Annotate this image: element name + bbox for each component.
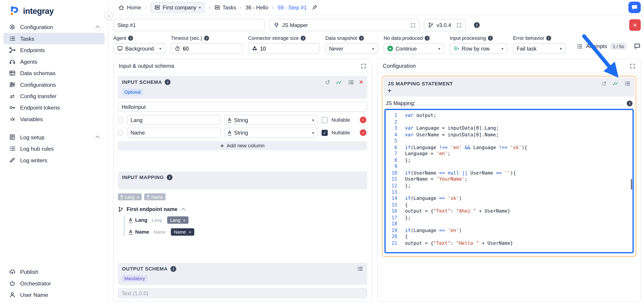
sidebar-item-config-transfer[interactable]: ⇄ Config transfer bbox=[3, 90, 105, 102]
info-icon[interactable]: i bbox=[128, 36, 133, 41]
column-name-input[interactable] bbox=[127, 128, 221, 138]
breadcrumb-company-select[interactable]: First company ▾ bbox=[150, 2, 205, 13]
info-icon[interactable]: i bbox=[425, 36, 430, 41]
column-type-select[interactable]: A String ▾ bbox=[224, 115, 318, 125]
js-code-editor[interactable]: 1var output;23var Language = inputData[0… bbox=[384, 109, 634, 254]
remove-column-button[interactable]: − bbox=[360, 117, 366, 123]
remove-column-button[interactable]: − bbox=[360, 130, 366, 136]
mapping-value-tag[interactable]: Lang × bbox=[167, 216, 188, 224]
chevron-down-icon: ▾ bbox=[502, 46, 504, 51]
undo-icon[interactable]: ↺ bbox=[602, 80, 607, 87]
validate-all-icon[interactable]: ✓✓ bbox=[336, 79, 342, 85]
sidebar-item-log-hub-rules[interactable]: Log hub rules bbox=[3, 143, 105, 154]
branch-icon bbox=[428, 22, 434, 28]
sidebar-item-log-setup[interactable]: Log setup bbox=[3, 132, 105, 143]
timeout-field[interactable] bbox=[171, 43, 242, 54]
sidebar-item-label: Endpoints bbox=[20, 47, 45, 53]
param-no-data: No data producedi Continue ▾ bbox=[384, 35, 444, 54]
step-name-input[interactable] bbox=[118, 22, 260, 28]
info-icon[interactable]: i bbox=[627, 100, 632, 106]
breadcrumb-step[interactable]: 59 - Step #1 bbox=[278, 4, 306, 10]
sidebar-item-configurations[interactable]: Configurations bbox=[3, 79, 105, 90]
sidebar-item-configuration[interactable]: Configuration bbox=[3, 22, 105, 33]
support-chat-button[interactable] bbox=[628, 2, 641, 13]
logo[interactable]: integray bbox=[0, 0, 108, 22]
info-icon[interactable]: i bbox=[301, 36, 306, 41]
snapshot-select[interactable]: Never ▾ bbox=[325, 43, 378, 54]
attempts-group[interactable]: Attempts 1 / 5s bbox=[576, 35, 641, 50]
sidebar-item-orchestrator[interactable]: Orchestrator bbox=[3, 278, 105, 289]
play-icon bbox=[387, 46, 393, 52]
storage-field[interactable] bbox=[248, 43, 320, 54]
drag-handle[interactable] bbox=[118, 130, 123, 135]
storage-input[interactable] bbox=[260, 46, 316, 52]
add-column-button[interactable]: + Add new column bbox=[118, 141, 367, 150]
chevron-up-icon[interactable] bbox=[181, 208, 185, 212]
info-icon[interactable]: i bbox=[170, 266, 176, 272]
remove-schema-icon[interactable]: × bbox=[359, 79, 363, 86]
output-schema-title: OUTPUT SCHEMA bbox=[122, 266, 168, 272]
add-statement-button[interactable]: + bbox=[388, 88, 630, 93]
validate-all-icon[interactable]: ✓✓ bbox=[612, 81, 619, 86]
timeout-input[interactable] bbox=[183, 46, 238, 52]
nullable-checkbox[interactable]: ✓ bbox=[322, 130, 328, 136]
undo-icon[interactable]: ↺ bbox=[325, 79, 330, 86]
mapping-tag[interactable]: A Lang ▲ bbox=[118, 193, 142, 200]
sidebar-item-data-schemas[interactable]: Data schemas bbox=[3, 67, 105, 79]
chevron-up-icon[interactable] bbox=[96, 136, 100, 140]
breadcrumb-tasks[interactable]: Tasks bbox=[214, 4, 236, 10]
comments-icon[interactable] bbox=[634, 43, 641, 50]
list-icon[interactable] bbox=[357, 266, 363, 272]
sidebar-item-endpoint-tokens[interactable]: Endpoint tokens bbox=[3, 102, 105, 113]
breadcrumb-task[interactable]: 36 - Hello bbox=[246, 4, 268, 10]
connector-field[interactable]: JS Mapper bbox=[270, 19, 420, 31]
drag-handle[interactable] bbox=[118, 117, 123, 122]
close-step-button[interactable]: × bbox=[629, 19, 641, 30]
input-schema-name-field[interactable] bbox=[118, 102, 367, 112]
sidebar-item-user[interactable]: User Name bbox=[3, 289, 105, 300]
column-type-select[interactable]: A String ▾ bbox=[224, 301, 318, 302]
info-icon[interactable]: i bbox=[204, 36, 209, 41]
info-icon[interactable]: i bbox=[165, 79, 170, 85]
list-icon[interactable] bbox=[624, 80, 630, 87]
nullable-checkbox[interactable] bbox=[322, 117, 328, 123]
sidebar-item-agents[interactable]: Agents bbox=[3, 56, 105, 67]
column-type-select[interactable]: A String ▾ bbox=[224, 128, 318, 138]
info-icon[interactable]: i bbox=[474, 22, 480, 28]
sidebar-item-label: Configuration bbox=[20, 24, 53, 30]
info-icon[interactable]: i bbox=[488, 36, 493, 41]
expand-icon[interactable] bbox=[630, 63, 636, 69]
mapping-tag[interactable]: A Name bbox=[144, 193, 165, 200]
pin-icon[interactable] bbox=[312, 4, 318, 10]
remove-tag-icon[interactable]: × bbox=[183, 218, 186, 222]
expand-icon[interactable] bbox=[410, 22, 416, 28]
remove-tag-icon[interactable]: × bbox=[189, 230, 191, 234]
sidebar-collapse-button[interactable]: ‹ bbox=[105, 12, 113, 20]
error-select[interactable]: Fail task ▾ bbox=[513, 43, 566, 54]
expand-icon[interactable] bbox=[456, 22, 462, 28]
list-icon[interactable] bbox=[348, 79, 354, 86]
column-name-input[interactable] bbox=[127, 301, 221, 302]
info-icon[interactable]: i bbox=[359, 36, 364, 41]
sidebar-item-tasks[interactable]: Tasks bbox=[3, 33, 105, 44]
sidebar-item-log-writers[interactable]: Log writers bbox=[3, 154, 105, 166]
step-name-field[interactable] bbox=[113, 19, 264, 31]
column-name-input[interactable] bbox=[127, 115, 221, 125]
info-icon[interactable]: i bbox=[166, 174, 172, 180]
processing-select[interactable]: Row by row ▾ bbox=[450, 43, 507, 54]
chevron-up-icon[interactable] bbox=[96, 26, 100, 30]
breadcrumb-home[interactable]: Home bbox=[118, 4, 141, 10]
agent-select[interactable]: Background ▾ bbox=[113, 43, 165, 54]
no-data-select[interactable]: Continue ▾ bbox=[384, 43, 444, 54]
endpoint-group[interactable]: First endpoint name bbox=[118, 206, 367, 212]
sidebar-item-endpoints[interactable]: Endpoints bbox=[3, 44, 105, 56]
mapping-value-tag[interactable]: Name × bbox=[171, 228, 194, 236]
version-field[interactable]: v3.0.4 bbox=[424, 19, 466, 31]
editor-scrollbar[interactable] bbox=[631, 179, 632, 190]
sidebar-item-variables[interactable]: √x Variables bbox=[3, 113, 105, 125]
input-schema-name-input[interactable] bbox=[118, 102, 367, 112]
chevron-right-icon: › bbox=[240, 4, 242, 10]
expand-icon[interactable] bbox=[361, 63, 366, 69]
sidebar-item-publish[interactable]: Publish bbox=[3, 266, 105, 278]
info-icon[interactable]: i bbox=[546, 36, 551, 41]
